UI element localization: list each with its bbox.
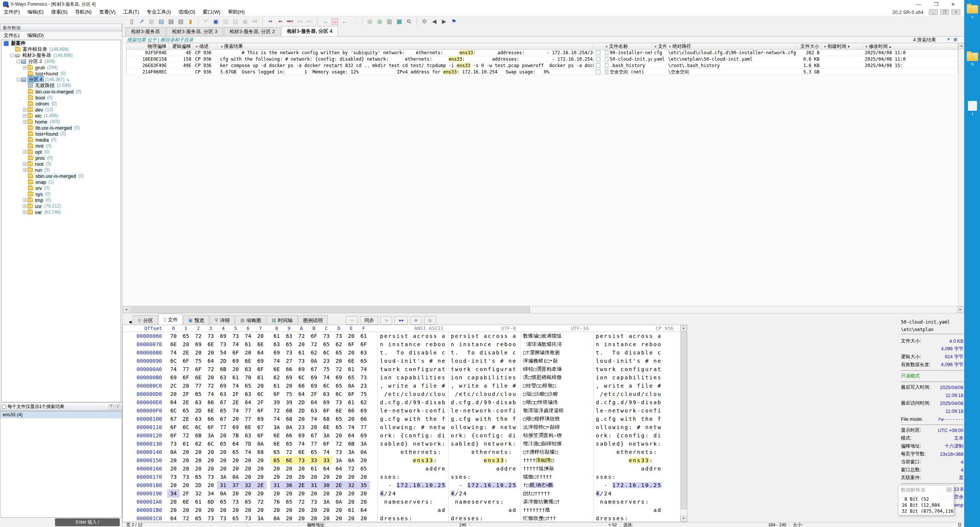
open-disk-icon[interactable]: ◎ [365,18,375,25]
scroll-right-icon[interactable]: ► [957,307,964,313]
viewer-tab-分区[interactable]: ◎分区 [132,315,158,325]
search-hit-row[interactable]: 92F5F04E4ECP 936 # This is the network c… [127,50,959,56]
close-interpreter-button[interactable]: x [946,487,952,492]
case-menu-1[interactable]: 编辑(D) [23,32,48,39]
tree-item[interactable]: +grub(294) [2,64,121,70]
hex-scrollbar[interactable]: ▲ ▼ [680,325,687,522]
go-to-offset-icon[interactable]: → [331,18,338,25]
viewer-tab-图例说明[interactable]: 图例说明 [298,315,328,325]
column-logical-offset[interactable]: 逻辑偏移 [169,43,193,49]
hex-row[interactable]: 000001502020202020202020656E7333333A0A20… [123,456,680,465]
menu-item-2[interactable]: 搜索(S) [48,9,71,16]
target-list-icon[interactable]: ◎ [424,316,436,325]
prev-icon[interactable]: ◀ [430,18,439,25]
status-page[interactable]: 页 2 / 12 [123,522,247,527]
hex-row[interactable]: 000001A0206E616D65736572766572733A0A2020… [123,498,680,506]
tree-item[interactable]: -分区 4(146,387)↘ [2,76,121,83]
data-interpreter[interactable]: 数据解释器 x 8 Bit (52 16 Bit (12,084 32 Bit … [898,485,954,515]
hex-row[interactable]: 000001C0647265737365733A0A20202020202020… [123,514,680,522]
row-checkbox[interactable] [596,57,600,61]
restore-button[interactable]: ❐ [934,2,938,7]
find-icon[interactable]: ●● [266,18,275,25]
column-physical-offset[interactable]: 物理偏移 [127,43,169,49]
hex-row[interactable]: 00000170737365733A0A20202020202020202020… [123,473,680,481]
ram-icon[interactable]: ▥ [385,18,395,25]
evidence-tab-2[interactable]: 检材3-服务器, 分区 2 [224,27,281,36]
viewer-tab-时间轴[interactable]: ▤时间轴 [267,315,297,325]
scroll-up-icon[interactable]: ▲ [681,325,687,331]
tree-item[interactable]: +dev(12) [2,107,121,113]
paste-icon[interactable]: ▤ [221,18,231,25]
scrollbar-thumb[interactable] [681,331,687,509]
hex-row[interactable]: 0000018020202D203137322E31362E31302E3235… [123,481,680,489]
child-minimize-button[interactable]: _ [929,9,938,15]
minimize-button[interactable]: — [916,2,921,7]
hex-row[interactable]: 00000100672E6366672077697468207468652066… [123,415,680,423]
desktop-folder-icon[interactable]: h [966,53,979,66]
hex-row[interactable]: 00000190342F32340A2020202020202020202020… [123,489,680,498]
tree-item[interactable]: +tmp(0) [2,197,121,203]
evidence-tab-1[interactable]: 检材3-服务器, 分区 3 [167,27,223,36]
evidence-tab-0[interactable]: 检材3-服务器 [126,27,166,36]
magnifier-icon[interactable]: ⚲ [402,15,415,28]
tree-item[interactable]: -检材3-服务器(146,698) [2,53,121,58]
column-filename[interactable]: ▼文件名称 [603,43,652,49]
close-filter-button[interactable]: × [115,404,120,409]
binary-copy-icon[interactable]: 101 [250,18,260,25]
sync-button[interactable]: 同步 [360,316,378,325]
export-icon[interactable]: ▮ [186,18,196,25]
filter-icon[interactable]: ▼ [947,37,951,42]
tree-item[interactable]: cdrom(0) [2,100,121,107]
tree-item[interactable]: srv(0) [2,185,121,191]
hex-row[interactable]: 000000A074776F726B20636F6E66696775726174… [123,365,680,373]
horizontal-scrollbar[interactable]: ◄ ► [123,306,964,314]
search-hit-row[interactable]: 18EE0E158158CP 936cfg with the following… [127,56,959,62]
tree-item[interactable]: 案件根目录(146,698) [2,46,121,53]
paste-into-icon[interactable]: ▤ [231,18,240,25]
tree-item[interactable]: 新案件 [2,40,121,46]
replace-icon[interactable]: A·B [295,18,305,25]
tree-item[interactable]: mnt(0) [2,143,121,149]
replace-hex-icon[interactable]: HEX [305,18,315,25]
open-icon[interactable]: ↗ [137,18,146,25]
hex-row[interactable]: 00000080742E2020546F2064697361626C652063… [123,349,680,357]
tree-item[interactable]: lib.usr-is-merged(0) [2,125,121,131]
tree-expander-icon[interactable]: - [17,60,20,63]
hex-row[interactable]: 000000B0696F6E206361706162696C6974696573… [123,373,680,382]
filter-checkbox[interactable] [2,404,6,409]
flag-icon[interactable]: ⚑ [449,18,459,25]
position-link-icon[interactable]: ∿ [380,316,392,325]
menu-item-0[interactable]: 文件(F) [0,9,24,16]
tree-expander-icon[interactable]: + [23,169,26,172]
scrollbar-thumb[interactable] [131,307,530,313]
tree-expander-icon[interactable]: + [23,199,26,202]
next-icon[interactable]: ▶ [439,18,449,25]
search-hit-row[interactable]: 214F060ECCP 9363.67GB Users logged in: 1… [127,69,959,75]
desktop-folder-icon[interactable]: c [966,5,979,19]
menu-item-3[interactable]: 导航(N) [71,9,95,16]
tree-item[interactable]: boot(0) [2,94,121,100]
menu-item-7[interactable]: 选项(O) [175,9,199,16]
column-search-hits[interactable]: ▼搜索结果 [218,43,593,49]
menu-item-1[interactable]: 编辑(E) [24,9,48,16]
scroll-down-icon[interactable]: ▼ [681,516,687,522]
menu-item-6[interactable]: 专业工具(I) [143,9,174,16]
tree-item[interactable]: +usr(79,212) [2,203,121,209]
tree-expander-icon[interactable]: + [23,205,26,208]
column-modified[interactable]: ▼修改时间▲ [863,43,958,49]
hex-row[interactable]: 000001307361626C65647D0A6E6574776F726B3A… [123,439,680,448]
column-size[interactable]: 文件大小 [796,43,821,49]
hex-row[interactable]: 000000F06C652D6E6574776F726B2D636F6E6669… [123,406,680,415]
scroll-left-icon[interactable]: ◄ [123,307,130,313]
save-icon[interactable]: ▦ [146,18,156,25]
hex-row[interactable]: 000000706E20696E7374616E6365207265626F6F… [123,340,680,349]
copy-icon[interactable]: ▣ [211,18,221,25]
scroll-up-icon[interactable]: ▲ [959,43,964,49]
tree-item[interactable]: snap(1) [2,179,121,185]
desktop-file-icon[interactable]: t [966,101,979,116]
close-button[interactable]: ✕ [951,2,955,7]
tree-item[interactable]: +etc(1,495) [2,113,121,119]
go-forward-icon[interactable]: → [320,18,330,25]
search-hit-row[interactable]: 26E63F49E49ECP 936ker compose up -d dock… [127,62,959,69]
tree-item[interactable]: 无效路径(2,595) [2,83,121,89]
